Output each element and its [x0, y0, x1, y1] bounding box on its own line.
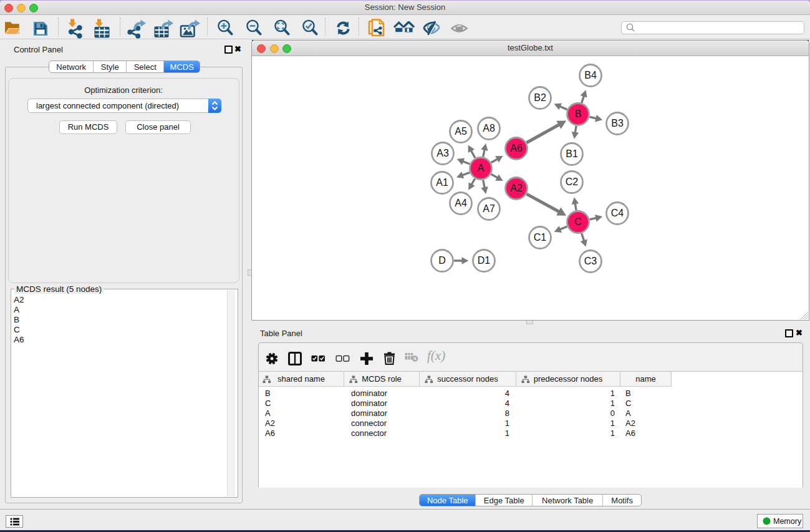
- svg-text:C: C: [574, 216, 582, 227]
- svg-text:A8: A8: [483, 123, 495, 133]
- svg-text:B1: B1: [566, 148, 578, 159]
- svg-text:A: A: [478, 163, 485, 173]
- svg-text:A3: A3: [436, 148, 449, 158]
- svg-text:C1: C1: [534, 232, 547, 243]
- svg-text:C4: C4: [611, 208, 624, 218]
- svg-text:A6: A6: [510, 143, 523, 153]
- svg-text:A7: A7: [483, 203, 495, 214]
- svg-text:A4: A4: [455, 198, 467, 208]
- svg-text:B2: B2: [534, 92, 546, 103]
- svg-text:D: D: [438, 255, 446, 266]
- svg-text:C3: C3: [584, 256, 597, 266]
- svg-text:A1: A1: [436, 177, 448, 188]
- svg-text:A2: A2: [510, 183, 523, 193]
- svg-text:D1: D1: [478, 255, 491, 266]
- svg-text:C2: C2: [566, 177, 579, 187]
- svg-text:B3: B3: [611, 118, 624, 128]
- svg-text:B4: B4: [584, 70, 597, 80]
- svg-text:A5: A5: [455, 126, 467, 137]
- svg-text:B: B: [575, 109, 582, 119]
